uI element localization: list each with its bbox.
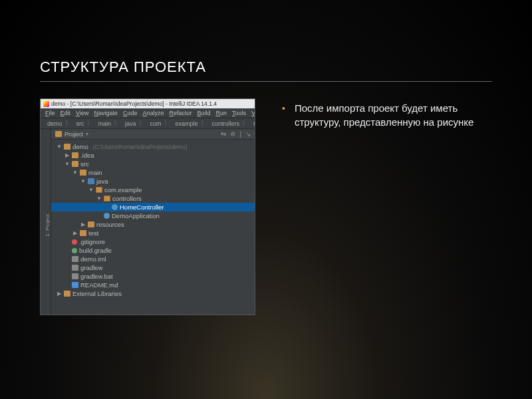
tree-spacer — [65, 265, 70, 271]
project-tree[interactable]: ▼demo(C:\Users\Roman\IdeaProjects\demo)▶… — [51, 140, 255, 315]
hide-icon[interactable]: ↘ — [245, 130, 251, 138]
chevron-right-icon[interactable]: ▶ — [57, 291, 62, 297]
chevron-right-icon: 〉 — [87, 119, 93, 128]
tree-row[interactable]: README.md — [51, 281, 255, 289]
file-icon — [72, 273, 78, 279]
tree-row[interactable]: ▶test — [51, 229, 255, 237]
collapse-icon[interactable]: ⇆ — [221, 130, 226, 138]
chevron-right-icon[interactable]: ▶ — [72, 231, 78, 236]
bullet-item: • После импорта проект будет иметь струк… — [282, 101, 481, 129]
tree-row[interactable]: HomeController — [51, 203, 255, 211]
menu-run[interactable]: Run — [214, 110, 229, 116]
tree-label: build.gradle — [79, 247, 112, 254]
folder-blue-icon — [88, 178, 94, 184]
tree-label: gradlew.bat — [80, 273, 113, 280]
dropdown-arrow-icon[interactable]: ▾ — [86, 131, 88, 137]
tree-row[interactable]: ▼main — [51, 168, 255, 177]
tree-spacer — [65, 239, 70, 245]
tree-label: java — [96, 178, 108, 185]
chevron-down-icon[interactable]: ▼ — [80, 179, 86, 184]
menu-refactor[interactable]: Refactor — [168, 110, 194, 116]
ide-gutter: 1: Project 7: Structure — [41, 129, 51, 315]
class-icon — [104, 213, 110, 219]
bullet-column: • После импорта проект будет иметь струк… — [282, 98, 481, 315]
menu-file[interactable]: File — [43, 110, 57, 116]
breadcrumb-segment[interactable]: demo — [47, 120, 63, 127]
pkg-icon — [96, 187, 102, 193]
tree-label: .gitignore — [79, 238, 105, 245]
tree-label: resources — [96, 221, 124, 228]
chevron-right-icon: 〉 — [164, 119, 170, 128]
ide-titlebar: demo - [C:\Users\Roman\IdeaProjects\demo… — [41, 99, 255, 108]
chevron-right-icon[interactable]: ▶ — [80, 222, 86, 227]
tree-spacer — [65, 283, 70, 288]
tree-label: src — [80, 160, 89, 168]
tree-row[interactable]: ▶.idea — [51, 151, 255, 160]
breadcrumb-segment[interactable]: Hom — [253, 120, 255, 127]
tree-row[interactable]: gradlew.bat — [51, 272, 255, 281]
chevron-down-icon[interactable]: ▼ — [96, 196, 102, 201]
ide-breadcrumb: demo〉src〉main〉java〉com〉example〉controlle… — [41, 118, 255, 129]
menu-navigate[interactable]: Navigate — [92, 110, 120, 116]
tree-label: demo.iml — [80, 255, 106, 263]
tree-spacer — [104, 205, 110, 210]
breadcrumb-segment[interactable]: main — [98, 120, 112, 127]
tree-spacer — [65, 257, 70, 262]
chevron-right-icon: 〉 — [114, 119, 120, 128]
chevron-right-icon: 〉 — [242, 119, 248, 128]
bullet-text: После импорта проект будет иметь структу… — [295, 101, 481, 129]
tree-row[interactable]: build.gradle — [51, 246, 255, 255]
folder-icon — [80, 170, 86, 176]
tree-row[interactable]: ▶External Libraries — [51, 289, 255, 298]
chevron-right-icon[interactable]: ▶ — [65, 153, 70, 158]
menu-view[interactable]: View — [74, 110, 90, 116]
tree-row[interactable]: .gitignore — [51, 237, 255, 246]
menu-build[interactable]: Build — [196, 110, 213, 116]
tree-label: README.md — [80, 281, 118, 289]
ide-body: 1: Project 7: Structure Project ▾ ⇆ ✲ | … — [41, 129, 255, 315]
menu-analyze[interactable]: Analyze — [140, 110, 166, 116]
tree-spacer — [65, 274, 70, 279]
gradle-icon — [72, 248, 77, 253]
menu-code[interactable]: Code — [121, 110, 140, 116]
tree-row[interactable]: ▼controllers — [51, 194, 255, 203]
tree-row[interactable]: ▼java — [51, 177, 255, 186]
tree-row[interactable]: ▼com.example — [51, 186, 255, 194]
slide-rule — [40, 81, 492, 82]
proj-icon — [64, 144, 70, 150]
chevron-right-icon: 〉 — [65, 119, 71, 128]
chevron-right-icon: 〉 — [139, 119, 145, 128]
ide-window-title: demo - [C:\Users\Roman\IdeaProjects\demo… — [51, 100, 217, 107]
file-icon — [72, 256, 78, 262]
tree-row[interactable]: ▼src — [51, 160, 255, 168]
folder-icon — [72, 152, 78, 158]
chevron-down-icon[interactable]: ▼ — [65, 162, 70, 167]
tree-label: test — [88, 229, 98, 237]
menu-edit[interactable]: Edit — [59, 110, 73, 116]
chevron-down-icon[interactable]: ▼ — [57, 144, 62, 150]
tree-row[interactable]: ▼demo(C:\Users\Roman\IdeaProjects\demo) — [51, 142, 255, 151]
tree-row[interactable]: demo.iml — [51, 255, 255, 263]
slide-title: СТРУКТУРА ПРОЕКТА — [40, 59, 206, 76]
tree-hint: (C:\Users\Roman\IdeaProjects\demo) — [93, 144, 188, 150]
git-icon — [72, 239, 77, 245]
menu-tools[interactable]: Tools — [230, 110, 248, 116]
breadcrumb-segment[interactable]: controllers — [212, 120, 240, 127]
tree-label: HomeController — [120, 203, 164, 211]
tree-row[interactable]: gradlew — [51, 263, 255, 272]
breadcrumb-segment[interactable]: src — [76, 120, 84, 127]
tree-label: main — [88, 169, 102, 176]
settings-icon[interactable]: ✲ — [230, 130, 235, 138]
divider-icon: | — [239, 130, 241, 138]
menu-vcs[interactable]: VCS — [249, 110, 255, 116]
chevron-down-icon[interactable]: ▼ — [72, 170, 78, 176]
breadcrumb-segment[interactable]: java — [125, 120, 136, 127]
project-panel: Project ▾ ⇆ ✲ | ↘ ▼demo(C:\Users\Roman\I… — [51, 129, 255, 315]
chevron-down-icon[interactable]: ▼ — [88, 188, 94, 193]
tree-row[interactable]: DemoApplication — [51, 211, 255, 220]
gutter-tab-project[interactable]: 1: Project — [45, 214, 51, 237]
breadcrumb-segment[interactable]: com — [150, 120, 162, 127]
tree-row[interactable]: ▶resources — [51, 220, 255, 229]
breadcrumb-segment[interactable]: example — [176, 120, 198, 127]
tree-spacer — [96, 213, 102, 219]
